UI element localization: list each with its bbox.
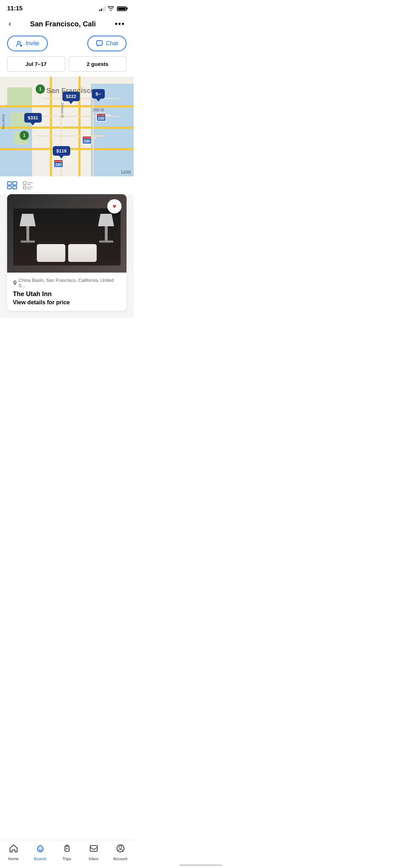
list-view-button[interactable] [23, 181, 33, 189]
invite-icon [16, 40, 23, 47]
favorite-button[interactable]: ♥ [107, 199, 122, 213]
svg-rect-9 [23, 186, 26, 189]
status-icons [99, 6, 127, 11]
interstate-280-bottom: INTERSTATE 280 [53, 158, 64, 169]
location-pin-icon [13, 280, 17, 285]
svg-rect-5 [13, 186, 17, 189]
date-guests-row: Jul 7–17 2 guests [0, 56, 134, 72]
price-pin-331[interactable]: $331 [24, 113, 42, 123]
listing-section: ♥ China Basin, San Francisco, California… [0, 194, 134, 318]
guests-filter[interactable]: 2 guests [69, 56, 127, 72]
price-pin-222[interactable]: $222 [62, 92, 80, 101]
listing-image: ♥ [7, 194, 127, 273]
back-button[interactable]: ‹ [7, 18, 12, 30]
view-toggle [0, 176, 134, 194]
interstate-280-center: INTERSTATE 280 [81, 134, 93, 146]
status-bar: 11:15 [0, 0, 134, 15]
signal-icon [99, 6, 106, 11]
map[interactable]: San Francisco INTERSTATE 280 INTERSTATE … [0, 77, 134, 176]
listing-info: China Basin, San Francisco, California, … [7, 273, 127, 311]
price-pin-116[interactable]: $116 [53, 146, 70, 156]
map-legal: Legal [121, 169, 131, 174]
grid-icon [7, 181, 17, 189]
more-options-button[interactable]: ••• [113, 18, 127, 30]
battery-icon [117, 6, 127, 11]
price-pin-hidden[interactable]: $-- [92, 89, 105, 99]
heart-icon: ♥ [113, 203, 117, 210]
svg-rect-2 [7, 182, 11, 185]
location-text: China Basin, San Francisco, California, … [19, 278, 121, 288]
chat-button[interactable]: Chat [87, 36, 127, 51]
svg-rect-3 [13, 182, 17, 185]
chat-icon [96, 40, 103, 47]
listing-location: China Basin, San Francisco, California, … [13, 278, 121, 288]
grid-view-button[interactable] [7, 181, 17, 189]
svg-point-0 [17, 41, 20, 44]
svg-rect-1 [97, 41, 102, 45]
header: ‹ San Francisco, Cali ••• [0, 15, 134, 34]
status-time: 11:15 [7, 5, 22, 12]
action-row: Invite Chat [0, 34, 134, 56]
chat-label: Chat [106, 40, 118, 47]
invite-label: Invite [26, 40, 39, 47]
listing-card[interactable]: ♥ China Basin, San Francisco, California… [7, 194, 127, 311]
date-filter[interactable]: Jul 7–17 [7, 56, 65, 72]
green-marker-1: 1 [36, 84, 45, 94]
listing-price: View details for price [13, 299, 121, 306]
interstate-280-right: INTERSTATE 280 [96, 112, 107, 123]
page-title: San Francisco, Cali [30, 20, 96, 28]
invite-button[interactable]: Invite [7, 36, 48, 51]
listing-name: The Utah Inn [13, 290, 121, 298]
green-marker-2: 1 [20, 131, 29, 140]
list-icon [23, 181, 33, 189]
svg-rect-6 [23, 182, 26, 185]
svg-rect-4 [7, 186, 11, 189]
wifi-icon [108, 6, 114, 11]
